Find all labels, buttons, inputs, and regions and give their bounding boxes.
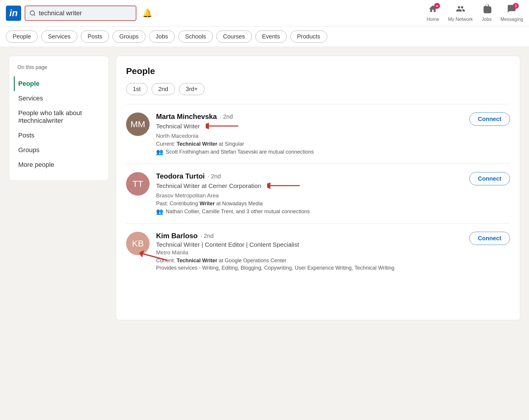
- sidebar: On this page People Services People who …: [9, 56, 109, 181]
- svg-line-7: [143, 245, 167, 269]
- person-extra-kim: Provides services - Writing, Editing, Bl…: [156, 265, 463, 271]
- nav-jobs[interactable]: Jobs: [482, 4, 492, 22]
- avatar-marta[interactable]: MM: [126, 112, 150, 136]
- results-panel: People 1st 2nd 3rd+ MM Marta Minchevska …: [116, 56, 520, 320]
- person-name-kim: Kim Barloso: [156, 232, 197, 240]
- red-arrow-teodora: [267, 182, 302, 191]
- avatar-wrapper-kim: KB: [126, 232, 150, 255]
- person-location-teodora: Brasov Metropolitan Area: [156, 192, 463, 199]
- nav-messaging[interactable]: 1 Messaging: [500, 4, 523, 22]
- filter-bar: People Services Posts Groups Jobs School…: [0, 26, 529, 47]
- search-icon: [29, 10, 36, 16]
- sidebar-item-people[interactable]: People: [14, 76, 100, 91]
- person-card-teodora: TT Teodora Turtoi · 2nd Technical Writer…: [126, 164, 510, 223]
- person-title-marta: Technical Writer: [156, 122, 241, 132]
- person-degree-kim: · 2nd: [200, 233, 213, 239]
- nav-home-label: Home: [427, 17, 439, 22]
- mutual-icon-marta: 👥: [156, 148, 163, 155]
- filter-people[interactable]: People: [6, 31, 38, 43]
- bell-icon[interactable]: 🔔: [142, 8, 153, 18]
- connection-filters: 1st 2nd 3rd+: [126, 83, 510, 95]
- jobs-icon: [482, 4, 491, 16]
- person-info-teodora: Teodora Turtoi · 2nd Technical Writer at…: [156, 172, 463, 215]
- header-nav: ● Home My Network Jobs 1 Messaging: [427, 4, 523, 22]
- filter-services[interactable]: Services: [41, 31, 77, 43]
- linkedin-logo[interactable]: in: [6, 6, 21, 21]
- person-current-teodora: Past: Contributing Writer at Nowadays Me…: [156, 201, 463, 207]
- svg-line-1: [34, 14, 35, 16]
- filter-posts[interactable]: Posts: [81, 31, 109, 43]
- connect-btn-kim[interactable]: Connect: [469, 232, 510, 245]
- home-icon: ●: [428, 4, 438, 16]
- person-name-marta: Marta Minchevska: [156, 112, 217, 121]
- person-title-kim: Technical Writer | Content Editor | Cont…: [156, 241, 299, 248]
- sidebar-item-hashtag[interactable]: People who talk about #technicalwriter: [14, 106, 100, 128]
- person-card-kim: KB Kim Barloso · 2nd Technical Writer | …: [126, 223, 510, 280]
- messaging-badge: 1: [513, 3, 519, 9]
- person-card-marta: MM Marta Minchevska · 2nd Technical Writ…: [126, 104, 510, 164]
- person-mutual-teodora: 👥 Nathan Collier, Camille Trent, and 3 o…: [156, 208, 463, 215]
- nav-mynetwork-label: My Network: [448, 17, 473, 22]
- red-arrow-marta: [206, 122, 241, 132]
- filter-1st[interactable]: 1st: [126, 83, 148, 95]
- nav-home[interactable]: ● Home: [427, 4, 439, 22]
- nav-messaging-label: Messaging: [500, 17, 523, 22]
- filter-products[interactable]: Products: [290, 31, 327, 43]
- home-badge: ●: [434, 3, 440, 9]
- person-location-marta: North Macedonia: [156, 133, 463, 139]
- filter-2nd[interactable]: 2nd: [152, 83, 175, 95]
- person-location-kim: Metro Manila: [156, 249, 463, 256]
- person-degree-marta: · 2nd: [220, 113, 233, 120]
- filter-courses[interactable]: Courses: [216, 31, 252, 43]
- sidebar-item-more[interactable]: More people: [14, 157, 100, 172]
- person-current-kim: Current: Technical Writer at Google Oper…: [156, 258, 463, 264]
- person-info-marta: Marta Minchevska · 2nd Technical Writer …: [156, 112, 463, 155]
- sidebar-item-groups[interactable]: Groups: [14, 143, 100, 157]
- filter-3rd[interactable]: 3rd+: [179, 83, 205, 95]
- search-bar[interactable]: [25, 6, 136, 21]
- section-title: People: [126, 66, 510, 76]
- search-input[interactable]: [39, 9, 132, 17]
- person-name-row-kim: Kim Barloso · 2nd: [156, 232, 463, 240]
- filter-groups[interactable]: Groups: [113, 31, 145, 43]
- main-content: On this page People Services People who …: [0, 47, 529, 320]
- messaging-icon: 1: [507, 4, 516, 16]
- connect-btn-marta[interactable]: Connect: [469, 112, 510, 126]
- nav-my-network[interactable]: My Network: [448, 4, 473, 22]
- filter-schools[interactable]: Schools: [178, 31, 213, 43]
- person-name-row-marta: Marta Minchevska · 2nd: [156, 112, 463, 121]
- filter-events[interactable]: Events: [255, 31, 287, 43]
- person-current-marta: Current: Technical Writer at Singular: [156, 141, 463, 147]
- sidebar-title: On this page: [17, 64, 100, 70]
- person-mutual-marta: 👥 Scott Frothingham and Stefan Tasevski …: [156, 148, 463, 155]
- person-title-teodora: Technical Writer at Cerner Corporation: [156, 182, 302, 191]
- header: in 🔔 ● Home My Network: [0, 0, 529, 26]
- my-network-icon: [456, 4, 465, 16]
- person-name-row-teodora: Teodora Turtoi · 2nd: [156, 172, 463, 180]
- sidebar-item-posts[interactable]: Posts: [14, 128, 100, 143]
- mutual-icon-teodora: 👥: [156, 208, 163, 215]
- person-name-teodora: Teodora Turtoi: [156, 172, 205, 180]
- svg-point-0: [30, 11, 35, 15]
- person-degree-teodora: · 2nd: [208, 173, 221, 180]
- avatar-teodora[interactable]: TT: [126, 172, 150, 196]
- nav-jobs-label: Jobs: [482, 17, 492, 22]
- filter-jobs[interactable]: Jobs: [149, 31, 175, 43]
- sidebar-item-services[interactable]: Services: [14, 91, 100, 106]
- person-info-kim: Kim Barloso · 2nd Technical Writer | Con…: [156, 232, 463, 272]
- connect-btn-teodora[interactable]: Connect: [469, 172, 510, 185]
